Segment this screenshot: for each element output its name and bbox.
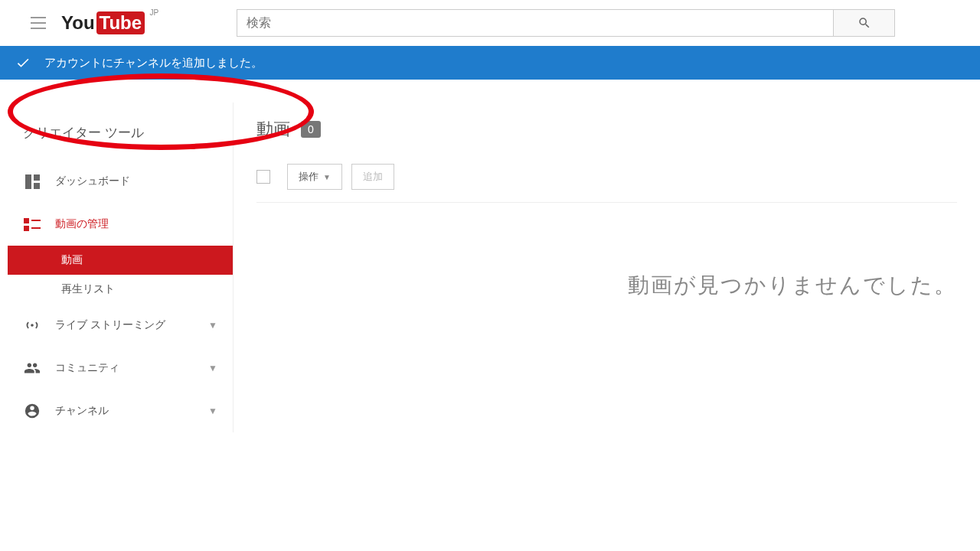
add-label: 追加: [363, 170, 383, 184]
logo-you: You: [61, 12, 95, 34]
notification-banner: アカウントにチャンネルを追加しました。: [0, 46, 980, 80]
chevron-down-icon: ▼: [208, 320, 217, 331]
sidebar-item-label: ダッシュボード: [55, 174, 217, 188]
banner-message: アカウントにチャンネルを追加しました。: [44, 56, 263, 70]
sidebar-item-dashboard[interactable]: ダッシュボード: [8, 160, 233, 203]
hamburger-icon[interactable]: [31, 17, 46, 29]
search-input[interactable]: [237, 9, 834, 37]
sidebar-item-label: ライブ ストリーミング: [55, 318, 208, 332]
page-title: 動画: [256, 118, 290, 141]
check-icon: [15, 55, 31, 70]
actions-label: 操作: [299, 170, 318, 184]
main-content: 動画 0 操作 ▼ 追加 動画が見つかりませんでした。: [234, 103, 980, 432]
search-icon: [858, 16, 871, 30]
chevron-down-icon: ▼: [208, 363, 217, 373]
select-all-checkbox[interactable]: [256, 170, 270, 184]
header: YouTube JP: [0, 0, 980, 46]
caret-down-icon: ▼: [323, 173, 331, 181]
sidebar-item-label: コミュニティ: [55, 361, 208, 375]
body-area: クリエイター ツール ダッシュボード 動画の管理 動画 再生リスト: [0, 103, 980, 432]
sidebar-item-video-manager[interactable]: 動画の管理: [8, 203, 233, 246]
community-icon: [23, 359, 41, 377]
logo-tube: Tube: [96, 11, 145, 34]
toolbar: 操作 ▼ 追加: [256, 164, 957, 203]
sidebar-subitem-videos[interactable]: 動画: [8, 246, 233, 275]
logo-country: JP: [149, 8, 158, 17]
live-icon: [23, 316, 41, 334]
sidebar-item-label: チャンネル: [55, 404, 208, 418]
chevron-down-icon: ▼: [208, 406, 217, 416]
channel-icon: [23, 402, 41, 420]
youtube-logo[interactable]: YouTube JP: [61, 11, 145, 34]
sidebar-item-live-streaming[interactable]: ライブ ストリーミング ▼: [8, 304, 233, 347]
video-count-badge: 0: [301, 121, 321, 138]
sidebar: クリエイター ツール ダッシュボード 動画の管理 動画 再生リスト: [8, 103, 234, 432]
empty-state-message: 動画が見つかりませんでした。: [628, 271, 957, 300]
sidebar-subitem-label: 再生リスト: [61, 282, 115, 295]
dashboard-icon: [23, 172, 41, 191]
page-title-row: 動画 0: [256, 118, 957, 141]
sidebar-title: クリエイター ツール: [8, 110, 233, 160]
sidebar-subitem-label: 動画: [61, 253, 83, 266]
sidebar-item-channel[interactable]: チャンネル ▼: [8, 390, 233, 432]
add-button[interactable]: 追加: [351, 164, 394, 190]
search-wrap: [237, 9, 895, 37]
sidebar-subitem-playlists[interactable]: 再生リスト: [8, 275, 233, 304]
actions-dropdown-button[interactable]: 操作 ▼: [287, 164, 342, 190]
sidebar-item-label: 動画の管理: [55, 217, 217, 231]
search-button[interactable]: [834, 9, 895, 37]
video-manager-icon: [23, 215, 41, 233]
sidebar-item-community[interactable]: コミュニティ ▼: [8, 347, 233, 390]
